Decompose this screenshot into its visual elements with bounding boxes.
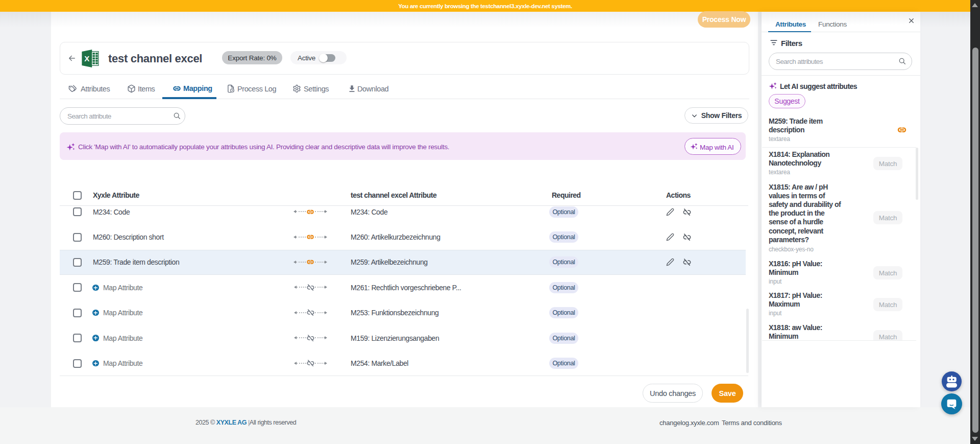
svg-text:X: X xyxy=(84,54,89,63)
